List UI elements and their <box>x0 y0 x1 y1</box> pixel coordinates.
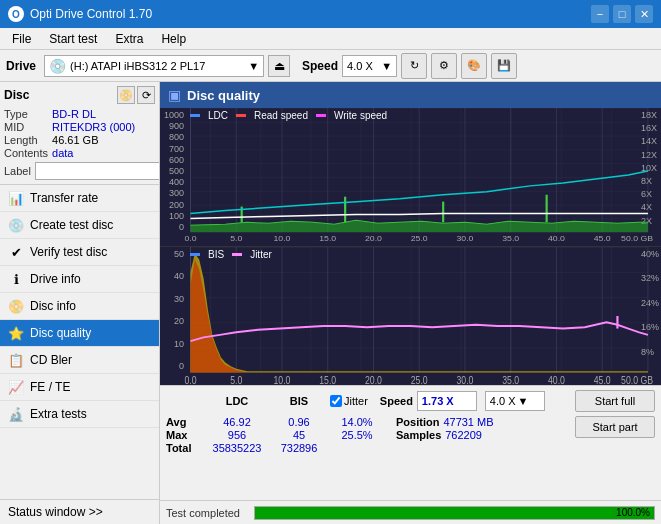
speed-arrow-icon: ▼ <box>381 60 392 72</box>
menu-extra[interactable]: Extra <box>107 30 151 48</box>
mid-key: MID <box>4 121 48 133</box>
svg-text:25.0: 25.0 <box>411 374 428 385</box>
chart-title: Disc quality <box>187 88 260 103</box>
start-full-button[interactable]: Start full <box>575 390 655 412</box>
ldc-header: LDC <box>206 395 268 407</box>
verify-test-icon: ✔ <box>8 244 24 260</box>
sidebar-item-disc-info[interactable]: 📀 Disc info <box>0 293 159 320</box>
settings-button[interactable]: ⚙ <box>431 53 457 79</box>
menu-start-test[interactable]: Start test <box>41 30 105 48</box>
start-buttons: Start full <box>575 390 655 412</box>
toolbar: Drive 💿 (H:) ATAPI iHBS312 2 PL17 ▼ ⏏ Sp… <box>0 50 661 82</box>
sidebar-item-extra-tests[interactable]: 🔬 Extra tests <box>0 401 159 428</box>
stats-data-rows: Avg Max Total 46.92 956 35835223 0.96 45… <box>166 416 655 454</box>
stats-headers-row: LDC BIS Jitter Speed 1.73 X 4.0 X ▼ Star… <box>166 390 655 412</box>
chart-header-icon: ▣ <box>168 87 181 103</box>
disc-quality-icon: ⭐ <box>8 325 24 341</box>
label-input[interactable] <box>35 162 160 180</box>
disc-refresh-btn[interactable]: ⟳ <box>137 86 155 104</box>
sidebar-item-create-test-disc[interactable]: 💿 Create test disc <box>0 212 159 239</box>
save-button[interactable]: 💾 <box>491 53 517 79</box>
rotate-button[interactable]: ↻ <box>401 53 427 79</box>
svg-text:0.0: 0.0 <box>184 233 196 242</box>
menu-file[interactable]: File <box>4 30 39 48</box>
sidebar-item-verify-test-disc[interactable]: ✔ Verify test disc <box>0 239 159 266</box>
jitter-values: 14.0% 25.5% <box>330 416 384 442</box>
close-button[interactable]: ✕ <box>635 5 653 23</box>
status-window-button[interactable]: Status window >> <box>0 499 159 524</box>
right-panel: ▣ Disc quality LDC Read speed Write spee… <box>160 82 661 524</box>
type-key: Type <box>4 108 48 120</box>
eject-button[interactable]: ⏏ <box>268 55 290 77</box>
palette-button[interactable]: 🎨 <box>461 53 487 79</box>
bis-total: 732896 <box>272 442 326 454</box>
start-part-button[interactable]: Start part <box>575 416 655 438</box>
chart-bottom-legend: BIS Jitter <box>190 249 272 260</box>
title-controls: − □ ✕ <box>591 5 653 23</box>
svg-text:30.0: 30.0 <box>456 374 473 385</box>
ldc-total: 35835223 <box>206 442 268 454</box>
progress-text: 100.0% <box>616 507 650 519</box>
position-label: Position <box>396 416 439 428</box>
length-val: 46.61 GB <box>52 134 155 146</box>
menu-bar: File Start test Extra Help <box>0 28 661 50</box>
drive-info-icon: ℹ <box>8 271 24 287</box>
svg-text:20.0: 20.0 <box>365 233 382 242</box>
ldc-values: 46.92 956 35835223 <box>206 416 268 454</box>
chart-top-svg: 0.0 5.0 10.0 15.0 20.0 25.0 30.0 35.0 40… <box>160 108 661 246</box>
sidebar-item-cd-bler[interactable]: 📋 CD Bler <box>0 347 159 374</box>
sidebar-item-disc-quality[interactable]: ⭐ Disc quality <box>0 320 159 347</box>
ldc-legend-dot <box>190 114 200 117</box>
position-row: Position 47731 MB <box>396 416 494 428</box>
bis-avg: 0.96 <box>272 416 326 428</box>
write-speed-legend-label: Write speed <box>334 110 387 121</box>
svg-text:15.0: 15.0 <box>319 374 336 385</box>
disc-icon-btn[interactable]: 📀 <box>117 86 135 104</box>
chart-bottom: BIS Jitter 50 40 30 20 10 0 40% 32% <box>160 247 661 385</box>
jitter-checkbox[interactable] <box>330 395 342 407</box>
sidebar-item-fe-te[interactable]: 📈 FE / TE <box>0 374 159 401</box>
ldc-avg: 46.92 <box>206 416 268 428</box>
jitter-legend-dot <box>232 253 242 256</box>
dropdown-arrow-icon: ▼ <box>248 60 259 72</box>
maximize-button[interactable]: □ <box>613 5 631 23</box>
sidebar: Disc 📀 ⟳ Type BD-R DL MID RITEKDR3 (000)… <box>0 82 160 524</box>
contents-val: data <box>52 147 155 159</box>
extra-tests-label: Extra tests <box>30 407 87 421</box>
jitter-avg: 14.0% <box>330 416 384 428</box>
main-content: Disc 📀 ⟳ Type BD-R DL MID RITEKDR3 (000)… <box>0 82 661 524</box>
speed-result-text: 1.73 X <box>422 395 454 407</box>
mid-val: RITEKDR3 (000) <box>52 121 155 133</box>
label-key: Label <box>4 165 31 177</box>
svg-text:30.0: 30.0 <box>456 233 473 242</box>
chart-top-legend: LDC Read speed Write speed <box>190 110 387 121</box>
drive-dropdown[interactable]: 💿 (H:) ATAPI iHBS312 2 PL17 ▼ <box>44 55 264 77</box>
ldc-max: 956 <box>206 429 268 441</box>
stats-panel: LDC BIS Jitter Speed 1.73 X 4.0 X ▼ Star… <box>160 385 661 500</box>
sidebar-item-transfer-rate[interactable]: 📊 Transfer rate <box>0 185 159 212</box>
svg-text:50.0 GB: 50.0 GB <box>621 233 653 242</box>
speed-header: Speed <box>380 395 413 407</box>
sidebar-item-drive-info[interactable]: ℹ Drive info <box>0 266 159 293</box>
svg-text:45.0: 45.0 <box>594 233 611 242</box>
contents-key: Contents <box>4 147 48 159</box>
progress-bar-container: 100.0% <box>254 506 655 520</box>
speed-select-dropdown[interactable]: 4.0 X ▼ <box>485 391 545 411</box>
write-speed-legend-dot <box>316 114 326 117</box>
speed-dropdown[interactable]: 4.0 X ▼ <box>342 55 397 77</box>
svg-text:25.0: 25.0 <box>411 233 428 242</box>
jitter-max: 25.5% <box>330 429 384 441</box>
row-labels: Avg Max Total <box>166 416 202 454</box>
speed-result-value: 1.73 X <box>417 391 477 411</box>
fe-te-label: FE / TE <box>30 380 70 394</box>
position-values: Position 47731 MB Samples 762209 <box>396 416 494 441</box>
svg-text:40.0: 40.0 <box>548 374 565 385</box>
avg-label: Avg <box>166 416 202 428</box>
svg-text:5.0: 5.0 <box>230 374 242 385</box>
menu-help[interactable]: Help <box>153 30 194 48</box>
disc-header: Disc 📀 ⟳ <box>4 86 155 104</box>
minimize-button[interactable]: − <box>591 5 609 23</box>
disc-section: Disc 📀 ⟳ Type BD-R DL MID RITEKDR3 (000)… <box>0 82 159 185</box>
speed-select-arrow: ▼ <box>518 395 529 407</box>
app-icon: O <box>8 6 24 22</box>
